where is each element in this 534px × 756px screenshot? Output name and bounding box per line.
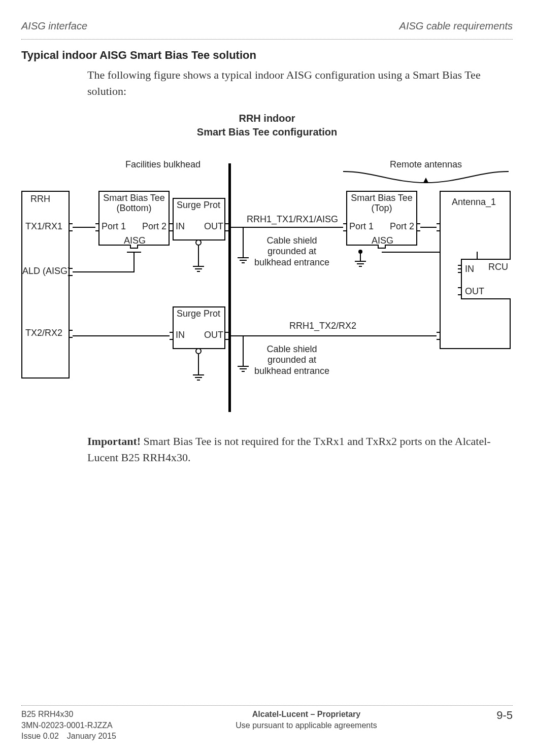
important-note: Important! Smart Bias Tee is not require… (87, 433, 513, 466)
cable-shield-l2a: grounded at (268, 246, 316, 256)
label-sbt-top-port2: Port 2 (390, 221, 414, 232)
label-antenna: Antenna_1 (452, 197, 496, 208)
port-rrh-tx2rx2 (69, 330, 73, 338)
footer-center-l1: Alcatel-Lucent – Proprietary (236, 709, 377, 720)
cable-shield-l3a: bulkhead entrance (254, 257, 329, 267)
label-surge-top-in: IN (176, 221, 185, 232)
label-tx2rx2: TX2/RX2 (25, 328, 62, 338)
section-intro: The following figure shows a typical ind… (87, 67, 513, 99)
footer-rule (21, 705, 513, 706)
footer-center-l2: Use pursuant to applicable agreements (236, 720, 377, 731)
label-sbt-bottom-port1: Port 1 (102, 221, 126, 232)
port-sbt-top-port1 (343, 223, 347, 231)
label-cable-shield-1: Cable shield grounded at bulkhead entran… (249, 235, 335, 268)
ground-icon-4 (238, 257, 249, 263)
page-footer: B25 RRH4x30 3MN-02023-0001-RJZZA Issue 0… (21, 705, 513, 742)
header-rule (21, 39, 513, 40)
port-antenna-bottom (437, 332, 441, 340)
label-rrh1-tx1: RRH1_TX1/RX1/AISG (247, 214, 338, 225)
footer-left-l2: 3MN-02023-0001-RJZZA (21, 720, 116, 731)
label-sbt-top-l2: (Top) (371, 203, 392, 213)
port-sbt-bottom-aisg (130, 245, 138, 249)
footer-left-l3: Issue 0.02 January 2015 (21, 731, 116, 742)
ground-icon-2 (193, 354, 204, 381)
brace-icon (342, 170, 510, 185)
box-rrh (21, 191, 70, 379)
important-lead: Important! (87, 435, 141, 448)
label-surge-bottom-out: OUT (204, 330, 223, 340)
label-tx1rx1: TX1/RX1 (25, 221, 62, 232)
label-cable-shield-2: Cable shield grounded at bulkhead entran… (249, 344, 335, 377)
figure-title-line2: Smart Bias Tee configuration (197, 126, 337, 138)
header-right: AISG cable requirements (399, 20, 513, 32)
label-sbt-bottom: Smart Bias Tee (Bottom) (103, 193, 165, 214)
port-rrh-ald (69, 268, 73, 276)
ground-icon (193, 246, 204, 272)
label-sbt-bottom-l2: (Bottom) (116, 203, 151, 213)
port-surge-bottom-in (170, 332, 174, 340)
cable-shield-l1b: Cable shield (266, 344, 317, 354)
label-surge-top: Surge Prot (177, 200, 220, 211)
section-title: Typical indoor AISG Smart Bias Tee solut… (21, 49, 513, 62)
label-surge-top-out: OUT (204, 221, 223, 232)
cable-shield-l3b: bulkhead entrance (254, 366, 329, 376)
label-rcu-in: IN (465, 264, 474, 274)
label-sbt-bottom-port2: Port 2 (142, 221, 166, 232)
port-rcu-out (458, 287, 462, 295)
port-surge-top-out (224, 223, 228, 231)
label-rrh: RRH (30, 194, 50, 204)
label-surge-bottom-in: IN (176, 330, 185, 340)
label-ald-aisg: ALD (AISG) (22, 266, 71, 277)
page-number: 9-5 (496, 709, 513, 722)
cable-shield-l1a: Cable shield (266, 235, 317, 246)
surge-bottom-terminal-icon (195, 348, 202, 354)
label-rcu-out: OUT (465, 286, 484, 297)
bulkhead-line (228, 163, 231, 412)
port-sbt-top-port2 (416, 223, 420, 231)
important-text: Smart Bias Tee is not required for the T… (87, 435, 491, 464)
header-left: AISG interface (21, 20, 87, 32)
port-sbt-top-aisg (378, 245, 386, 249)
label-surge-bottom: Surge Prot (177, 308, 220, 319)
port-antenna-top (437, 223, 441, 231)
ground-icon-3 (355, 261, 366, 267)
label-sbt-top: Smart Bias Tee (Top) (350, 193, 413, 214)
port-sbt-bottom-port2 (169, 223, 173, 231)
footer-left-l1: B25 RRH4x30 (21, 709, 116, 720)
diagram: Facilities bulkhead Remote antennas RRH … (21, 159, 513, 418)
label-rrh1-tx2: RRH1_TX2/RX2 (289, 321, 356, 331)
ground-icon-5 (238, 366, 249, 372)
figure-title: RRH indoor Smart Bias Tee configuration (21, 112, 513, 139)
label-facilities-bulkhead: Facilities bulkhead (125, 159, 201, 170)
port-sbt-bottom-port1 (95, 223, 99, 231)
label-rcu: RCU (488, 262, 508, 272)
cable-shield-l2b: grounded at (268, 355, 316, 365)
surge-top-terminal-icon (195, 239, 202, 246)
label-sbt-top-port1: Port 1 (349, 221, 374, 232)
port-rrh-tx1rx1 (69, 223, 73, 231)
label-sbt-bottom-l1: Smart Bias Tee (103, 193, 165, 203)
label-sbt-top-l1: Smart Bias Tee (351, 193, 413, 203)
label-remote-antennas: Remote antennas (390, 159, 462, 170)
port-surge-bottom-out (224, 332, 228, 340)
figure-title-line1: RRH indoor (239, 113, 295, 124)
